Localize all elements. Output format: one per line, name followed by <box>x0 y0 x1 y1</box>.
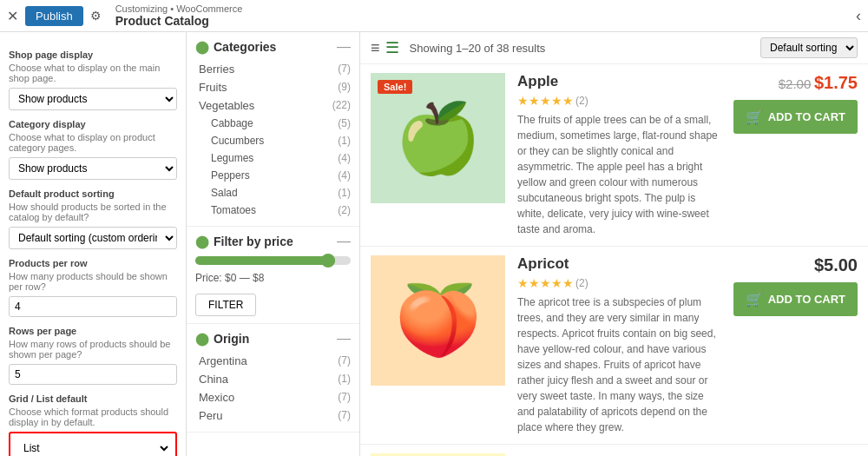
category-item[interactable]: Cabbage(5) <box>195 115 351 132</box>
categories-list: Berries(7)Fruits(9)Vegetables(22)Cabbage… <box>195 60 351 219</box>
add-cart-label: ADD TO CART <box>768 293 845 306</box>
price-slider-thumb[interactable] <box>321 254 335 268</box>
category-item[interactable]: Salad(1) <box>195 184 351 202</box>
category-item[interactable]: Peppers(4) <box>195 167 351 184</box>
filter-price-header: ⬤ Filter by price — <box>195 234 351 249</box>
category-count: (7) <box>338 63 351 76</box>
rows-per-page-input[interactable] <box>9 364 177 385</box>
products-per-row-input[interactable] <box>9 296 177 317</box>
product-price-action: $5.00 🛒 ADD TO CART <box>733 255 858 316</box>
shop-display-label: Shop page display <box>9 50 177 60</box>
default-sorting-section: Default product sorting How should produ… <box>9 188 177 249</box>
category-name: Berries <box>199 63 234 76</box>
categories-collapse[interactable]: — <box>337 39 351 55</box>
origin-count: (7) <box>338 391 351 404</box>
rows-per-page-label: Rows per page <box>9 326 177 336</box>
price-slider[interactable] <box>195 256 351 265</box>
origin-item[interactable]: Argentina(7) <box>195 352 351 370</box>
page-title: Product Catalog <box>115 14 243 28</box>
grid-list-select[interactable]: List <box>15 438 171 456</box>
category-name: Peppers <box>211 169 250 182</box>
origin-item[interactable]: Peru(7) <box>195 406 351 425</box>
category-name: Fruits <box>199 81 227 94</box>
product-info: Apple ★★★★★ (2) The fruits of apple tree… <box>517 73 721 237</box>
origin-title: ⬤ Origin <box>195 332 249 346</box>
category-item[interactable]: Cucumbers(1) <box>195 132 351 149</box>
filter-price-title: ⬤ Filter by price <box>195 235 293 248</box>
default-sorting-select[interactable]: Default sorting (custom ordering + nar… <box>9 227 177 249</box>
close-button[interactable]: ✕ <box>7 8 18 24</box>
product-desc: The fruits of apple trees can be of a sm… <box>517 112 721 237</box>
grid-view-icon[interactable]: ≡ <box>371 39 380 57</box>
add-to-cart-button[interactable]: 🛒 ADD TO CART <box>733 282 858 316</box>
grid-list-label: Grid / List default <box>9 393 177 404</box>
product-stars: ★★★★★ (2) <box>517 276 721 290</box>
category-name: Vegetables <box>199 99 254 112</box>
category-item[interactable]: Tomatoes(2) <box>195 202 351 219</box>
sale-badge: Sale! <box>378 80 412 94</box>
filter-price-icon: ⬤ <box>195 235 209 248</box>
category-name: Tomatoes <box>211 204 256 216</box>
default-sorting-desc: How should products be sorted in the cat… <box>9 202 177 222</box>
filter-price-section: ⬤ Filter by price — Price: $0 — $8 FILTE… <box>187 227 359 324</box>
origin-item[interactable]: China(1) <box>195 370 351 388</box>
category-item[interactable]: Vegetables(22) <box>195 96 351 115</box>
middle-panel: ⬤ Categories — Berries(7)Fruits(9)Vegeta… <box>187 32 360 456</box>
shop-display-select[interactable]: Show products <box>9 88 177 110</box>
origin-name: China <box>199 373 228 386</box>
breadcrumb: Customizing • WooCommerce <box>115 3 243 14</box>
list-view-icon[interactable]: ☰ <box>385 38 399 57</box>
shop-display-desc: Choose what to display on the main shop … <box>9 63 177 83</box>
gear-button[interactable]: ⚙ <box>90 9 102 23</box>
main-layout: Shop page display Choose what to display… <box>0 32 868 456</box>
category-name: Legumes <box>211 152 253 164</box>
rows-per-page-desc: How many rows of products should be show… <box>9 339 177 360</box>
product-price-old: $2.00 <box>779 76 812 91</box>
category-display-section: Category display Choose what to display … <box>9 119 177 180</box>
filter-price-collapse[interactable]: — <box>337 234 351 249</box>
origin-header: ⬤ Origin — <box>195 331 351 347</box>
category-item[interactable]: Fruits(9) <box>195 78 351 96</box>
product-item: 🍌 Sale! Banana ★★★☆☆ (1) There are two t… <box>360 445 868 456</box>
results-header: ≡ ☰ Showing 1–20 of 38 results Default s… <box>360 32 868 64</box>
category-count: (9) <box>338 81 351 94</box>
filter-button[interactable]: FILTER <box>195 294 256 316</box>
add-cart-label: ADD TO CART <box>768 110 845 123</box>
categories-title: ⬤ Categories <box>195 40 276 54</box>
categories-section: ⬤ Categories — Berries(7)Fruits(9)Vegeta… <box>187 32 359 227</box>
category-count: (4) <box>338 169 351 182</box>
product-desc: The apricot tree is a subspecies of plum… <box>517 294 721 435</box>
category-display-label: Category display <box>9 119 177 129</box>
product-item: 🍑 Apricot ★★★★★ (2) The apricot tree is … <box>360 247 868 445</box>
left-panel: Shop page display Choose what to display… <box>0 32 187 456</box>
product-image: 🍑 <box>371 255 505 386</box>
categories-header: ⬤ Categories — <box>195 39 351 55</box>
origin-icon: ⬤ <box>195 332 209 346</box>
cart-icon: 🛒 <box>746 109 763 125</box>
category-item[interactable]: Legumes(4) <box>195 149 351 167</box>
add-to-cart-button[interactable]: 🛒 ADD TO CART <box>733 100 858 134</box>
category-count: (5) <box>338 117 351 129</box>
product-name: Apricot <box>517 255 721 273</box>
results-text: Showing 1–20 of 38 results <box>410 42 546 55</box>
product-list: 🍏 Sale! Apple ★★★★★ (2) The fruits of ap… <box>360 64 868 456</box>
sort-select[interactable]: Default sorting <box>760 37 858 58</box>
products-per-row-label: Products per row <box>9 258 177 268</box>
publish-button[interactable]: Publish <box>25 6 83 26</box>
category-name: Cabbage <box>211 117 253 129</box>
origin-collapse[interactable]: — <box>337 331 351 347</box>
category-display-select[interactable]: Show products <box>9 157 177 180</box>
category-name: Salad <box>211 187 238 199</box>
origin-item[interactable]: Mexico(7) <box>195 388 351 406</box>
back-button[interactable]: ‹ <box>856 7 861 25</box>
category-display-desc: Choose what to display on product catego… <box>9 132 177 153</box>
category-name: Cucumbers <box>211 135 264 147</box>
origin-list: Argentina(7)China(1)Mexico(7)Peru(7) <box>195 352 351 425</box>
grid-list-section: Grid / List default Choose which format … <box>9 393 177 456</box>
origin-name: Argentina <box>199 354 247 367</box>
rows-per-page-section: Rows per page How many rows of products … <box>9 326 177 385</box>
origin-count: (7) <box>338 354 351 367</box>
category-item[interactable]: Berries(7) <box>195 60 351 78</box>
category-count: (2) <box>338 204 351 216</box>
category-count: (4) <box>338 152 351 164</box>
